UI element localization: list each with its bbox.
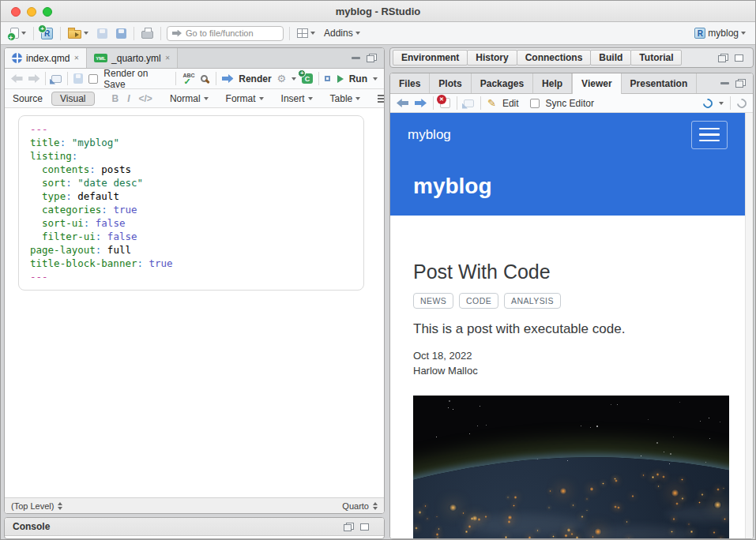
stop-icon[interactable] [440,98,450,108]
insert-menu[interactable]: Insert [281,93,313,104]
maximize-pane-icon[interactable] [735,79,746,88]
post-tag-news[interactable]: NEWS [413,293,453,309]
city-light [615,479,619,482]
close-tab-icon[interactable] [73,55,79,62]
blog-title: myblog [413,174,492,199]
tab-presentation[interactable]: Presentation [622,73,698,93]
yaml-front-matter-block[interactable]: ---title: "myblog"listing: contents: pos… [18,115,364,291]
tab-viewer[interactable]: Viewer [572,73,621,94]
source-mode-button[interactable]: Source [13,93,43,104]
save-icon[interactable] [73,73,84,84]
run-button[interactable]: Run [349,73,367,84]
new-project-button[interactable] [39,26,55,41]
tab-plots[interactable]: Plots [430,73,471,93]
minimize-pane-icon[interactable] [352,57,360,59]
render-icon[interactable] [222,74,234,83]
goto-file-search[interactable] [167,26,284,41]
console-header[interactable]: Console [5,518,384,536]
tab-environment[interactable]: Environment [393,50,468,66]
zoom-window-button[interactable] [43,7,52,17]
maximize-pane-icon[interactable] [367,54,377,62]
save-all-button[interactable] [115,27,128,40]
city-light [698,501,701,504]
save-button[interactable] [96,27,109,40]
minimize-window-button[interactable] [27,7,36,17]
visual-mode-button[interactable]: Visual [51,92,94,106]
bold-button[interactable]: B [112,93,119,104]
city-light [713,501,721,508]
star [641,456,641,456]
back-icon[interactable] [11,74,23,83]
tab-connections[interactable]: Connections [517,50,592,66]
city-light [536,530,539,531]
code-format-button[interactable]: </> [139,93,152,104]
post-tag-analysis[interactable]: ANALYSIS [504,293,561,309]
sync-editor-checkbox[interactable] [530,99,540,108]
editor-tab--quarto-yml[interactable]: _quarto.yml [87,48,178,68]
star [700,421,701,422]
city-light [507,516,513,520]
new-file-button[interactable] [9,26,28,40]
city-light [586,498,588,500]
forward-icon[interactable] [415,99,427,107]
tab-packages[interactable]: Packages [472,73,533,93]
visual-editor-body[interactable]: ---title: "myblog"listing: contents: pos… [5,108,384,497]
star [611,404,611,405]
publish-icon[interactable] [701,96,715,110]
addins-menu[interactable]: Addins [322,26,362,40]
pane-layout-button[interactable] [295,27,317,39]
divider [289,27,290,40]
tab-tutorial[interactable]: Tutorial [630,50,682,66]
code-line: filter-ui: false [30,230,352,243]
editor-tab-index-qmd[interactable]: index.qmd [5,48,87,68]
scope-selector[interactable]: (Top Level) [11,501,62,511]
chevron-down-icon [21,32,26,35]
tab-history[interactable]: History [467,50,517,66]
post-title[interactable]: Post With Code [413,261,729,283]
refresh-icon[interactable] [735,96,749,110]
chevron-down-icon [204,97,209,100]
goto-file-input[interactable] [186,28,273,38]
italic-button[interactable]: I [127,93,130,104]
star [596,426,598,427]
maximize-pane-icon[interactable] [735,54,743,62]
open-file-button[interactable] [66,26,90,40]
code-line: --- [30,270,352,283]
city-light [462,512,465,515]
tab-files[interactable]: Files [390,73,430,93]
restore-pane-icon[interactable] [718,54,728,62]
render-button[interactable]: Render [239,73,271,84]
close-tab-icon[interactable] [165,55,171,62]
render-on-save-checkbox[interactable] [88,74,98,84]
maximize-pane-icon[interactable] [360,523,369,531]
print-button[interactable] [140,26,155,40]
edit-button[interactable]: Edit [502,98,519,109]
restore-pane-icon[interactable] [344,523,354,531]
tab-build[interactable]: Build [590,50,631,66]
city-light [594,528,603,535]
minimize-pane-icon[interactable] [720,82,729,84]
format-menu[interactable]: Format [226,93,264,104]
filetype-selector[interactable]: Quarto [342,501,378,511]
outline-toggle-icon[interactable] [378,95,385,103]
hamburger-menu-icon[interactable] [691,121,728,149]
open-in-new-window-icon[interactable] [464,99,474,107]
insert-chunk-icon[interactable] [302,73,313,84]
blog-navbar-brand[interactable]: myblog [408,127,451,143]
tab-help[interactable]: Help [533,73,572,93]
project-menu[interactable]: myblog [693,26,747,40]
post-tag-code[interactable]: CODE [459,293,498,309]
table-menu[interactable]: Table [330,93,361,104]
search-icon[interactable] [201,75,208,82]
goto-arrow-icon [172,30,182,37]
spellcheck-icon[interactable] [182,73,194,85]
paragraph-style-dropdown[interactable]: Normal [170,93,209,104]
back-icon[interactable] [397,99,408,107]
city-light [528,536,532,538]
gear-icon[interactable] [277,73,287,84]
forward-icon[interactable] [28,74,40,83]
code-line: title-block-banner: true [30,257,352,270]
viewer-scrollbar-gutter[interactable] [745,113,753,538]
close-window-button[interactable] [11,7,21,17]
open-in-new-window-icon[interactable] [51,75,62,83]
